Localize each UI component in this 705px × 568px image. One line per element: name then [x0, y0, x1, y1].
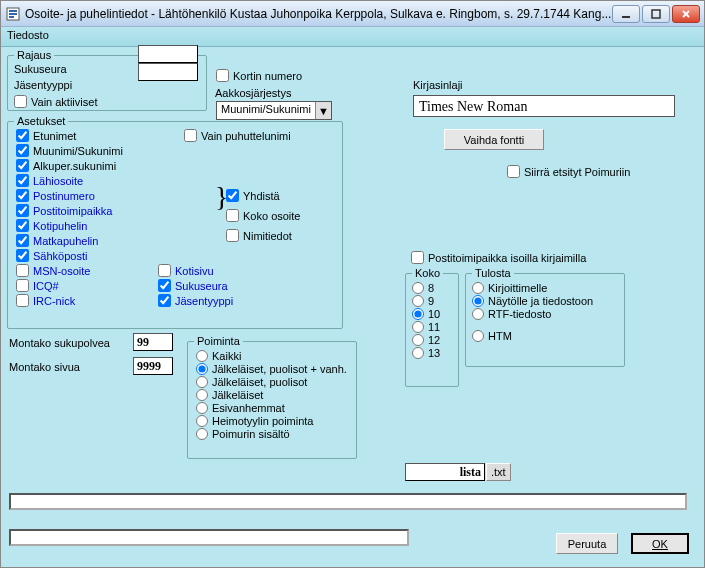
poiminta-option[interactable]: Jälkeläiset [196, 389, 347, 401]
chk-postitoimi-iso[interactable]: Postitoimipaikka isoilla kirjaimilla [411, 251, 586, 264]
chk-alkuper[interactable]: Alkuper.sukunimi [16, 159, 116, 172]
tulosta-group: Tulosta KirjoittimelleNäytölle ja tiedos… [465, 267, 625, 367]
svg-rect-3 [9, 16, 14, 18]
app-icon [5, 6, 21, 22]
chk-postitoimipaikka[interactable]: Postitoimipaikka [16, 204, 112, 217]
font-display: Times New Roman [413, 95, 675, 117]
rajaus-group: Rajaus Sukuseura Jäsentyyppi Vain aktiiv… [7, 49, 207, 111]
chk-jasentyyppi2[interactable]: Jäsentyyppi [158, 294, 233, 307]
poiminta-group: Poiminta KaikkiJälkeläiset, puolisot + v… [187, 335, 357, 459]
chk-irc[interactable]: IRC-nick [16, 294, 75, 307]
jasentyyppi-input[interactable] [138, 63, 198, 81]
koko-legend: Koko [412, 267, 443, 279]
chk-postinumero[interactable]: Postinumero [16, 189, 95, 202]
chk-siirra-poimuriin[interactable]: Siirrä etsityt Poimuriin [507, 165, 630, 178]
chk-nimitiedot[interactable]: Nimitiedot [226, 229, 292, 242]
kortin-numero-checkbox[interactable]: Kortin numero [216, 69, 302, 82]
koko-option[interactable]: 10 [412, 308, 440, 320]
tulosta-legend: Tulosta [472, 267, 514, 279]
sivua-input[interactable] [133, 357, 173, 375]
chk-etunimet[interactable]: Etunimet [16, 129, 76, 142]
poiminta-option[interactable]: Esivanhemmat [196, 402, 347, 414]
aakkos-label: Aakkosjärjestys [215, 87, 291, 99]
ok-button[interactable]: OK [631, 533, 689, 554]
chk-sukuseura2[interactable]: Sukuseura [158, 279, 228, 292]
chk-msn[interactable]: MSN-osoite [16, 264, 90, 277]
chk-koko-osoite[interactable]: Koko osoite [226, 209, 300, 222]
koko-option[interactable]: 12 [412, 334, 440, 346]
output-field-2[interactable] [9, 529, 409, 546]
jasentyyppi-label: Jäsentyyppi [14, 79, 72, 91]
chk-lahiosoite[interactable]: Lähiosoite [16, 174, 83, 187]
tulosta-option[interactable]: RTF-tiedosto [472, 308, 593, 320]
sukuseura-label: Sukuseura [14, 63, 67, 75]
koko-option[interactable]: 9 [412, 295, 440, 307]
asetukset-group: Asetukset Etunimet Muunimi/Sukunimi Alku… [7, 115, 343, 329]
koko-option[interactable]: 11 [412, 321, 440, 333]
polvea-label: Montako sukupolvea [9, 337, 110, 349]
chk-kotipuhelin[interactable]: Kotipuhelin [16, 219, 87, 232]
titlebar: Osoite- ja puhelintiedot - Lähtöhenkilö … [1, 1, 704, 27]
chk-matkapuhelin[interactable]: Matkapuhelin [16, 234, 98, 247]
maximize-button[interactable] [642, 5, 670, 23]
svg-rect-4 [622, 16, 630, 18]
asetukset-legend: Asetukset [14, 115, 68, 127]
chk-kotisivu[interactable]: Kotisivu [158, 264, 214, 277]
vain-aktiiviset-checkbox[interactable]: Vain aktiiviset [14, 95, 97, 108]
svg-rect-2 [9, 13, 17, 15]
sivua-label: Montako sivua [9, 361, 80, 373]
koko-option[interactable]: 13 [412, 347, 440, 359]
tulosta-option[interactable]: HTM [472, 330, 593, 342]
chk-muunimi[interactable]: Muunimi/Sukunimi [16, 144, 123, 157]
menubar: Tiedosto [1, 27, 704, 47]
poiminta-option[interactable]: Jälkeläiset, puolisot [196, 376, 347, 388]
chk-sahkoposti[interactable]: Sähköposti [16, 249, 87, 262]
svg-rect-1 [9, 10, 17, 12]
tulosta-option[interactable]: Näytölle ja tiedostoon [472, 295, 593, 307]
koko-group: Koko 8910111213 [405, 267, 459, 387]
chk-yhdista[interactable]: Yhdistä [226, 189, 280, 202]
chk-icq[interactable]: ICQ# [16, 279, 59, 292]
poiminta-option[interactable]: Kaikki [196, 350, 347, 362]
poiminta-option[interactable]: Poimurin sisältö [196, 428, 347, 440]
window-title: Osoite- ja puhelintiedot - Lähtöhenkilö … [25, 7, 612, 21]
filename-input[interactable] [405, 463, 485, 481]
close-button[interactable] [672, 5, 700, 23]
kirjasinlaji-label: Kirjasinlaji [413, 79, 463, 91]
polvea-input[interactable] [133, 333, 173, 351]
poiminta-legend: Poiminta [194, 335, 243, 347]
cancel-button[interactable]: Peruuta [556, 533, 618, 554]
koko-option[interactable]: 8 [412, 282, 440, 294]
tulosta-option[interactable]: Kirjoittimelle [472, 282, 593, 294]
output-field-1[interactable] [9, 493, 687, 510]
menu-file[interactable]: Tiedosto [7, 29, 49, 41]
rajaus-legend: Rajaus [14, 49, 54, 61]
svg-rect-5 [652, 10, 660, 18]
chk-vain-puhuttelunimi[interactable]: Vain puhuttelunimi [184, 129, 291, 142]
minimize-button[interactable] [612, 5, 640, 23]
poiminta-option[interactable]: Heimotyylin poiminta [196, 415, 347, 427]
change-font-button[interactable]: Vaihda fontti [444, 129, 544, 150]
file-ext-label: .txt [486, 463, 511, 481]
sukuseura-input[interactable] [138, 45, 198, 63]
poiminta-option[interactable]: Jälkeläiset, puolisot + vanh. [196, 363, 347, 375]
